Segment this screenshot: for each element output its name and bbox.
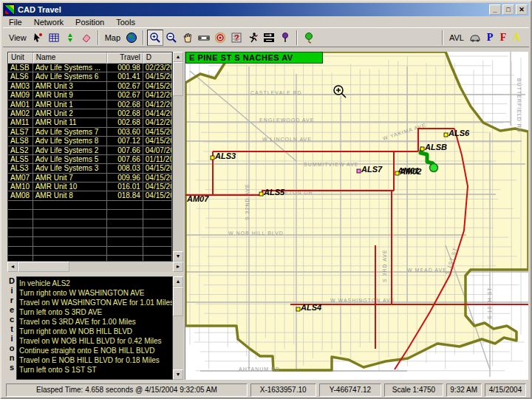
table-cell: 02/23/2004	[143, 64, 172, 72]
table-cell: ALS2	[8, 146, 33, 155]
toolbar: View Map AVL PFA	[3, 27, 529, 47]
globe-icon[interactable]	[123, 30, 140, 46]
scroll-down-icon[interactable]: ▼	[173, 369, 183, 380]
table-row[interactable]: ALS7Adv Life Systems 7003.6004/15/2004	[8, 128, 172, 137]
table-cell: 04/15/2004	[143, 174, 172, 183]
directions-vscrollbar[interactable]: ▲ ▼	[173, 276, 183, 380]
view-label: View	[6, 33, 30, 42]
y-coordinate-panel: Y-466747.12	[319, 383, 382, 397]
scroll-down-icon[interactable]: ▼	[173, 251, 183, 262]
menu-item-network[interactable]: Network	[28, 18, 69, 27]
runner-icon[interactable]	[245, 30, 261, 46]
maximize-icon[interactable]: □	[502, 4, 514, 15]
avl-letter-p[interactable]: P	[483, 32, 497, 44]
table-cell: 04/15/2004	[143, 128, 172, 137]
map-unit-label[interactable]: ALS6	[448, 129, 470, 137]
pointer-icon[interactable]	[30, 30, 46, 46]
scrollbar-thumb[interactable]	[173, 287, 183, 316]
window-title: CAD Travel	[18, 5, 488, 14]
scroll-up-icon[interactable]: ▲	[173, 276, 183, 287]
table-row[interactable]: AM03AMR Unit 3002.6704/15/2004	[8, 82, 172, 91]
refresh-icon[interactable]	[62, 30, 78, 46]
table-cell: AMR Unit 11	[33, 118, 107, 127]
map-unit-label[interactable]: ALS7	[361, 165, 383, 174]
table-cell: 003.60	[107, 128, 143, 137]
pushpin-icon[interactable]	[277, 30, 293, 46]
zoom-out-icon[interactable]	[163, 30, 180, 46]
minimize-icon[interactable]: _	[489, 4, 501, 15]
table-row[interactable]: AM01AMR Unit 1002.6804/12/2004	[8, 100, 172, 109]
table-row[interactable]: AM02AMR Unit 2002.6804/14/2004	[8, 109, 172, 118]
table-row[interactable]: AM08AMR Unit 8018.8404/15/2004	[8, 191, 172, 200]
table-cell: 04/12/2004	[143, 91, 172, 100]
table-row[interactable]: ALS2Adv Life Systems 2007.6604/07/2004	[8, 146, 172, 155]
map-unit-label[interactable]: ALSB	[424, 143, 447, 151]
map-search-icon[interactable]	[228, 30, 245, 46]
table-row[interactable]: AM10AMR Unit 10016.0104/15/2004	[8, 183, 172, 191]
avl-letter-a[interactable]: A	[510, 32, 523, 44]
tree-icon[interactable]	[301, 30, 317, 46]
scroll-right-icon[interactable]: ►	[173, 262, 183, 272]
one-way-icon[interactable]	[261, 30, 277, 46]
unit-table-vscrollbar[interactable]: ▲ ▼	[173, 52, 183, 262]
column-header-unit[interactable]: Unit	[8, 52, 33, 64]
unit-marker[interactable]	[259, 192, 263, 196]
table-cell: ALS3	[8, 164, 33, 173]
table-row[interactable]: AM11AMR Unit 11002.6804/12/2004	[8, 118, 172, 127]
table-cell: 007.66	[107, 155, 143, 164]
table-cell: AM10	[8, 183, 33, 191]
table-row[interactable]: AM09AMR Unit 9002.6704/12/2004	[8, 91, 172, 100]
unit-marker[interactable]	[395, 171, 399, 175]
unit-marker[interactable]	[420, 147, 424, 151]
scrollbar-thumb[interactable]	[18, 262, 69, 272]
table-row[interactable]: ALS3Adv Life Systems 3008.0304/15/2004	[8, 164, 172, 173]
unit-marker[interactable]	[296, 307, 300, 311]
column-header-d[interactable]: D	[143, 52, 172, 64]
menu-bar: FileNetworkPositionTools	[3, 16, 529, 27]
table-row-empty	[8, 247, 172, 256]
target-icon[interactable]	[212, 30, 228, 46]
directions-list: In vehicle ALS2Turn right onto W WASHING…	[16, 276, 173, 380]
grid-icon[interactable]	[46, 30, 62, 46]
car-icon[interactable]	[467, 30, 483, 46]
table-row[interactable]: AM07AMR Unit 7009.9604/15/2004	[8, 174, 172, 183]
unit-table-hscrollbar[interactable]: ◄ ►	[7, 262, 183, 272]
map-unit-label[interactable]: AM02	[399, 167, 421, 176]
pan-hand-icon[interactable]	[180, 30, 196, 46]
column-header-travel[interactable]: Travel	[107, 52, 143, 64]
map-unit-label[interactable]: AM07	[186, 194, 209, 203]
table-cell: AM09	[8, 91, 33, 100]
scroll-up-icon[interactable]: ▲	[173, 52, 183, 62]
scroll-left-icon[interactable]: ◄	[7, 262, 18, 272]
menu-item-file[interactable]: File	[3, 18, 28, 27]
table-cell: Adv Life Systems 2	[33, 146, 107, 155]
column-header-name[interactable]: Name	[33, 52, 107, 64]
table-row[interactable]: ALS8Adv Life Systems 8007.1204/15/2004	[8, 137, 172, 146]
street-label: AHTANUM RD	[239, 366, 280, 372]
map-unit-label[interactable]: ALS5	[263, 188, 285, 197]
map-unit-label[interactable]: ALS4	[300, 303, 321, 312]
street-label: W NOB HILL BLVD	[228, 231, 284, 236]
unit-marker[interactable]	[444, 133, 448, 137]
table-row[interactable]: ALSBAdv Life Systems ...000.9802/23/2004	[8, 64, 172, 72]
table-row-empty	[8, 237, 172, 246]
avl-letter-f[interactable]: F	[497, 32, 510, 44]
measure-icon[interactable]	[196, 30, 212, 46]
direction-line: Turn right onto W WASHINGTON AVE	[19, 288, 172, 298]
eraser-icon[interactable]	[78, 30, 95, 46]
table-cell: ALS6	[8, 72, 33, 81]
menu-item-position[interactable]: Position	[69, 18, 110, 27]
title-bar[interactable]: CAD Travel _ □ ✕	[3, 3, 529, 16]
map-view[interactable]: CASTLEVALE RDENGLEWOOD AVEW LINCOLN AVEW…	[185, 52, 528, 380]
scrollbar-thumb[interactable]	[173, 62, 183, 96]
table-cell: 002.68	[107, 118, 143, 127]
street-label: S 3RD AVE	[382, 249, 387, 282]
table-row[interactable]: ALS6Adv Life Systems 6001.4104/15/2004	[8, 72, 172, 81]
zoom-in-icon[interactable]	[147, 30, 163, 46]
unit-marker[interactable]	[211, 156, 214, 160]
menu-item-tools[interactable]: Tools	[110, 18, 141, 27]
unit-marker[interactable]	[357, 169, 361, 173]
table-row[interactable]: ALS5Adv Life Systems 5007.6601/11/2004	[8, 155, 172, 164]
map-unit-label[interactable]: ALS3	[214, 151, 236, 160]
close-icon[interactable]: ✕	[516, 4, 528, 15]
